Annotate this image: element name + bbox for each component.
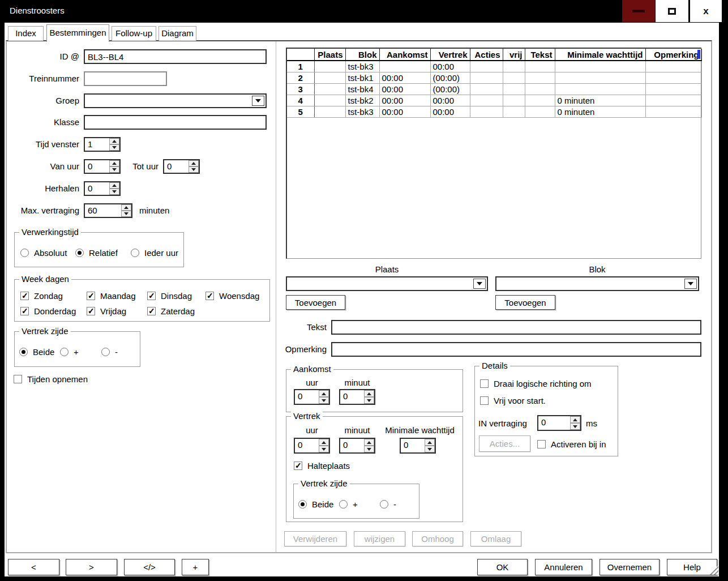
cell-minimale-wachttijd[interactable] xyxy=(555,83,645,95)
cell-minimale-wachttijd[interactable] xyxy=(555,61,645,72)
help-button[interactable]: Help xyxy=(667,559,717,575)
cell-acties[interactable] xyxy=(470,72,503,83)
maximize-button[interactable] xyxy=(656,0,688,22)
cell-plaats[interactable] xyxy=(314,106,345,117)
toevoegen-plaats-button[interactable]: Toevoegen xyxy=(286,295,345,310)
tab-index[interactable]: Index xyxy=(8,26,44,41)
tab-follow-up[interactable]: Follow-up xyxy=(112,26,156,41)
cell-acties[interactable] xyxy=(470,61,503,72)
in-vertraging-spinner[interactable]: 0 xyxy=(537,415,581,431)
cell-vrij[interactable] xyxy=(503,106,525,117)
checkbox-woensdag[interactable]: Woensdag xyxy=(205,291,259,301)
close-button[interactable]: x xyxy=(690,0,722,22)
col-header-tekst[interactable]: Tekst xyxy=(525,49,555,61)
id-input[interactable] xyxy=(84,49,267,64)
checkbox-activeren-bij-in[interactable]: Activeren bij in xyxy=(537,439,606,449)
col-header-plaats[interactable]: Plaats xyxy=(314,49,345,61)
cell-blok[interactable]: tst-bk1 xyxy=(345,72,379,83)
spin-up-button[interactable] xyxy=(570,416,580,423)
cell-plaats[interactable] xyxy=(314,61,345,72)
opmerking-input[interactable] xyxy=(331,342,701,357)
spin-down-button[interactable] xyxy=(364,446,374,452)
radio-absoluut[interactable]: Absoluut xyxy=(20,248,67,258)
spin-down-button[interactable] xyxy=(364,397,374,404)
table-row[interactable]: 5 tst-bk3 00:00 00:00 0 minuten xyxy=(287,106,701,117)
cell-vertrek[interactable]: (00:00) xyxy=(430,72,470,83)
cell-rownum[interactable]: 2 xyxy=(287,72,314,83)
blok-select[interactable] xyxy=(495,276,699,291)
checkbox-donderdag[interactable]: Donderdag xyxy=(20,306,76,316)
minimize-button[interactable] xyxy=(622,0,655,22)
tekst-input[interactable] xyxy=(331,320,701,335)
treinnummer-input[interactable] xyxy=(84,71,167,86)
tab-diagram[interactable]: Diagram xyxy=(159,26,196,41)
toevoegen-blok-button[interactable]: Toevoegen xyxy=(495,295,555,310)
radio-minus[interactable]: - xyxy=(101,347,118,357)
cell-blok[interactable]: tst-bk4 xyxy=(345,83,379,95)
table-row[interactable]: 2 tst-bk1 00:00 (00:00) xyxy=(287,72,701,83)
table-row[interactable]: 1 tst-bk3 00:00 xyxy=(287,61,701,72)
van-uur-spinner[interactable]: 0 xyxy=(84,159,121,174)
spin-up-button[interactable] xyxy=(109,160,119,166)
verwijderen-button[interactable]: Verwijderen xyxy=(284,531,346,546)
spin-up-button[interactable] xyxy=(364,439,374,446)
cell-acties[interactable] xyxy=(470,95,503,106)
spin-down-button[interactable] xyxy=(121,211,131,217)
vertrek-uur-spinner[interactable]: 0 xyxy=(294,438,330,454)
nav-add-button[interactable]: + xyxy=(182,559,209,575)
cell-aankomst[interactable] xyxy=(379,61,430,72)
spin-up-button[interactable] xyxy=(109,182,119,189)
cell-vertrek[interactable]: 00:00 xyxy=(430,61,470,72)
checkbox-vrijdag[interactable]: Vrijdag xyxy=(87,306,126,316)
cell-acties[interactable] xyxy=(470,106,503,117)
spin-up-button[interactable] xyxy=(121,204,131,211)
cell-blok[interactable]: tst-bk3 xyxy=(345,106,379,117)
col-header-vrij[interactable]: vrij xyxy=(503,49,525,61)
groep-dropdown-button[interactable] xyxy=(252,96,264,106)
nav-code-button[interactable]: </> xyxy=(124,559,175,575)
spin-down-button[interactable] xyxy=(109,144,119,151)
tijd-venster-spinner[interactable]: 1 xyxy=(84,137,121,152)
checkbox-vrij-voor-start[interactable]: Vrij voor start. xyxy=(480,396,546,405)
cell-tekst[interactable] xyxy=(525,83,555,95)
radio-ieder-uur[interactable]: Ieder uur xyxy=(131,248,178,258)
max-vertraging-spinner[interactable]: 60 xyxy=(84,203,132,218)
klasse-input[interactable] xyxy=(84,115,267,130)
plaats-dropdown-button[interactable] xyxy=(473,279,486,289)
checkbox-zaterdag[interactable]: Zaterdag xyxy=(147,306,195,316)
cell-tekst[interactable] xyxy=(525,72,555,83)
spin-down-button[interactable] xyxy=(319,446,329,452)
spin-down-button[interactable] xyxy=(109,189,119,195)
radio-minus[interactable]: - xyxy=(380,499,396,509)
cell-blok[interactable]: tst-bk3 xyxy=(345,61,379,72)
cell-opmerking[interactable] xyxy=(645,106,701,117)
cell-minimale-wachttijd[interactable] xyxy=(555,72,645,83)
cell-opmerking[interactable] xyxy=(645,95,701,106)
cell-plaats[interactable] xyxy=(314,72,345,83)
cell-plaats[interactable] xyxy=(314,95,345,106)
table-row[interactable]: 4 tst-bk2 00:00 00:00 0 minuten xyxy=(287,95,701,106)
radio-plus[interactable]: + xyxy=(339,499,358,509)
aankomst-uur-spinner[interactable]: 0 xyxy=(294,389,330,405)
cell-opmerking[interactable] xyxy=(645,72,701,83)
radio-plus[interactable]: + xyxy=(60,347,79,357)
cell-tekst[interactable] xyxy=(525,95,555,106)
col-header-acties[interactable]: Acties xyxy=(470,49,503,61)
spin-up-button[interactable] xyxy=(189,160,199,166)
spin-down-button[interactable] xyxy=(425,446,435,452)
spin-down-button[interactable] xyxy=(189,166,199,173)
checkbox-tijden-opnemen[interactable]: Tijden opnemen xyxy=(14,374,88,384)
checkbox-zondag[interactable]: Zondag xyxy=(20,291,63,301)
omlaag-button[interactable]: Omlaag xyxy=(470,531,521,546)
vertrek-minuut-spinner[interactable]: 0 xyxy=(339,438,375,454)
checkbox-dinsdag[interactable]: Dinsdag xyxy=(147,291,192,301)
overnemen-button[interactable]: Overnemen xyxy=(599,559,660,575)
cell-rownum[interactable]: 3 xyxy=(287,83,314,95)
col-header-vertrek[interactable]: Vertrek xyxy=(430,49,470,61)
cell-vertrek[interactable]: (00:00) xyxy=(430,83,470,95)
cell-plaats[interactable] xyxy=(314,83,345,95)
spin-up-button[interactable] xyxy=(109,138,119,144)
cell-tekst[interactable] xyxy=(525,61,555,72)
cell-vertrek[interactable]: 00:00 xyxy=(430,95,470,106)
cell-vertrek[interactable]: 00:00 xyxy=(430,106,470,117)
